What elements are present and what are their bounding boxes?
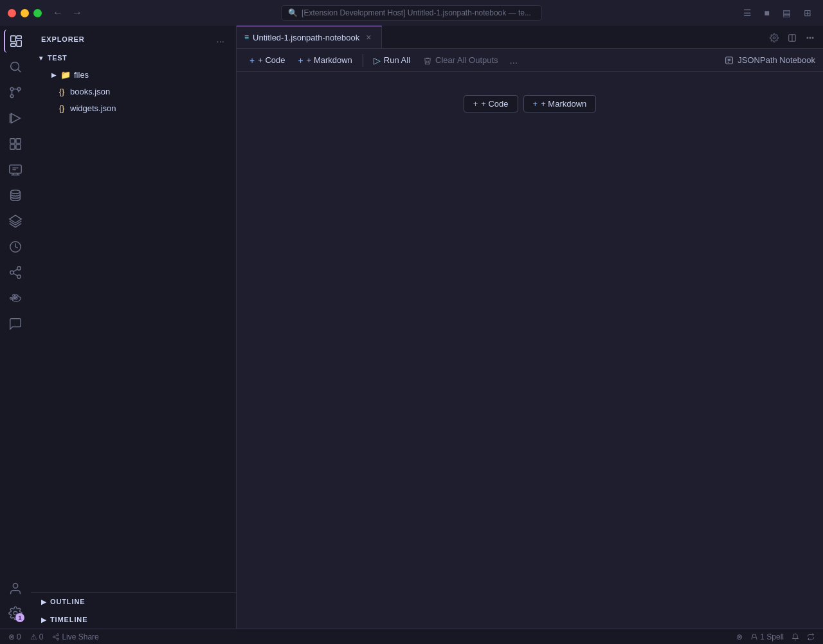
sidebar-item-extensions[interactable] — [4, 132, 27, 156]
main-layout: 1 Explorer ... ▼ TEST ▶ 📁 files — [0, 26, 823, 629]
sidebar-item-database[interactable] — [4, 184, 27, 207]
sidebar-item-docker[interactable] — [4, 287, 27, 310]
clear-icon — [423, 55, 432, 65]
svg-line-49 — [55, 637, 57, 638]
svg-rect-12 — [16, 139, 21, 143]
markdown-label: + Markdown — [307, 55, 352, 65]
sidebar-more-actions[interactable]: ... — [215, 32, 226, 46]
add-code-button[interactable]: + + Code — [244, 53, 290, 68]
split-editor-button[interactable] — [784, 30, 800, 44]
notifications-button[interactable] — [788, 633, 802, 641]
svg-line-50 — [55, 635, 57, 636]
outline-section: ▶ OUTLINE — [31, 593, 236, 611]
svg-point-25 — [10, 271, 14, 274]
active-tab[interactable]: ≡ Untitled-1.jsonpath-notebook × — [237, 26, 382, 48]
live-share-icon — [52, 633, 60, 641]
chevron-right-icon: ▶ — [39, 614, 49, 625]
svg-point-26 — [17, 275, 21, 279]
files-folder-item[interactable]: ▶ 📁 files — [31, 66, 236, 83]
svg-rect-3 — [11, 44, 15, 47]
sidebar-item-source-control[interactable] — [4, 81, 27, 104]
toggle-secondary-sidebar[interactable]: ▤ — [779, 6, 795, 19]
activity-bar-bottom: 1 — [4, 576, 27, 626]
plus-icon: + — [533, 99, 538, 109]
files-folder-label: files — [74, 70, 89, 80]
minimize-button[interactable] — [21, 9, 29, 17]
sidebar-item-live-share[interactable] — [4, 261, 27, 284]
search-icon: 🔍 — [288, 8, 298, 17]
titlebar: ← → 🔍 [Extension Development Host] Untit… — [0, 0, 823, 26]
svg-rect-1 — [17, 36, 21, 39]
clear-all-outputs-button[interactable]: Clear All Outputs — [418, 52, 503, 67]
widgets-json-item[interactable]: {} widgets.json — [31, 100, 236, 116]
books-json-label: books.json — [70, 87, 110, 96]
warning-count[interactable]: ⚠ 0 — [27, 629, 47, 644]
notebook-toolbar: + + Code + + Markdown ▷ Run All — [237, 49, 823, 72]
remote-icon: ⊗ — [736, 632, 743, 641]
sidebar-item-search[interactable] — [4, 55, 27, 78]
sidebar-item-remote-explorer[interactable] — [4, 158, 27, 181]
sidebar-header: Explorer ... — [31, 26, 236, 49]
sidebar-item-timeline[interactable] — [4, 235, 27, 258]
cell-add-markdown-button[interactable]: + + Markdown — [523, 95, 597, 112]
tab-bar: ≡ Untitled-1.jsonpath-notebook × — [237, 26, 823, 49]
more-actions-button[interactable] — [802, 30, 818, 44]
svg-point-46 — [57, 634, 59, 636]
svg-point-36 — [773, 37, 775, 39]
remote-badge[interactable]: ⊗ — [733, 632, 746, 641]
svg-point-40 — [809, 37, 811, 39]
books-json-item[interactable]: {} books.json — [31, 83, 236, 100]
plus-icon: + — [473, 99, 478, 109]
maximize-button[interactable] — [33, 9, 42, 17]
timeline-header[interactable]: ▶ TIMELINE — [31, 611, 236, 629]
back-button[interactable]: ← — [50, 6, 66, 20]
code-label: + Code — [258, 55, 285, 65]
spell-check-status[interactable]: 1 Spell — [747, 632, 787, 641]
port-forward-button[interactable] — [804, 633, 818, 641]
statusbar: ⊗ 0 ⚠ 0 Live Share ⊗ 1 Spell — [0, 629, 823, 644]
live-share-text: Live Share — [62, 632, 98, 641]
notebook-file-icon: ≡ — [244, 33, 249, 42]
error-count-text: 0 — [17, 632, 21, 641]
run-all-button[interactable]: ▷ Run All — [368, 53, 415, 68]
tree-root: ▼ TEST ▶ 📁 files {} books.json {} widget… — [31, 49, 236, 116]
svg-line-27 — [14, 273, 17, 276]
timeline-section: ▶ TIMELINE — [31, 611, 236, 629]
cell-add-code-button[interactable]: + + Code — [464, 95, 518, 112]
svg-point-48 — [57, 638, 59, 640]
notebook-settings-button[interactable] — [766, 30, 782, 44]
toolbar-separator — [363, 54, 363, 67]
svg-rect-14 — [16, 145, 21, 149]
toggle-panel[interactable]: ■ — [761, 6, 773, 19]
sidebar-title: Explorer — [41, 35, 85, 43]
customize-layout[interactable]: ⊞ — [800, 6, 815, 19]
svg-rect-32 — [13, 295, 15, 297]
editor-area: ≡ Untitled-1.jsonpath-notebook × — [237, 26, 823, 629]
svg-rect-15 — [10, 165, 21, 174]
close-button[interactable] — [8, 9, 16, 17]
sidebar-item-settings[interactable]: 1 — [4, 602, 27, 625]
sidebar-item-chat[interactable] — [4, 312, 27, 335]
svg-line-5 — [18, 69, 21, 72]
error-count[interactable]: ⊗ 0 — [5, 629, 24, 644]
toolbar-more-button[interactable]: ... — [506, 52, 522, 68]
title-search[interactable]: 🔍 [Extension Development Host] Untitled-… — [281, 5, 542, 21]
explorer-content: ▼ TEST ▶ 📁 files {} books.json {} widget… — [31, 49, 236, 592]
run-all-icon: ▷ — [374, 55, 381, 66]
spell-count-text: 1 Spell — [760, 632, 784, 641]
sidebar-item-account[interactable] — [4, 577, 27, 600]
sidebar-item-explorer[interactable] — [4, 30, 27, 53]
tree-root-item[interactable]: ▼ TEST — [31, 49, 236, 66]
forward-button[interactable]: → — [69, 6, 86, 20]
tab-close-button[interactable]: × — [363, 32, 374, 42]
add-markdown-button[interactable]: + + Markdown — [293, 53, 357, 68]
toggle-primary-sidebar[interactable]: ☰ — [739, 6, 755, 19]
settings-badge: 1 — [15, 613, 24, 622]
sidebar-bottom: ▶ OUTLINE ▶ TIMELINE — [31, 592, 236, 629]
sidebar-item-layers[interactable] — [4, 210, 27, 233]
outline-header[interactable]: ▶ OUTLINE — [31, 593, 236, 611]
sidebar-item-run-debug[interactable] — [4, 107, 27, 130]
activity-bar: 1 — [0, 26, 31, 629]
svg-point-47 — [53, 636, 55, 638]
live-share-status[interactable]: Live Share — [49, 629, 102, 644]
